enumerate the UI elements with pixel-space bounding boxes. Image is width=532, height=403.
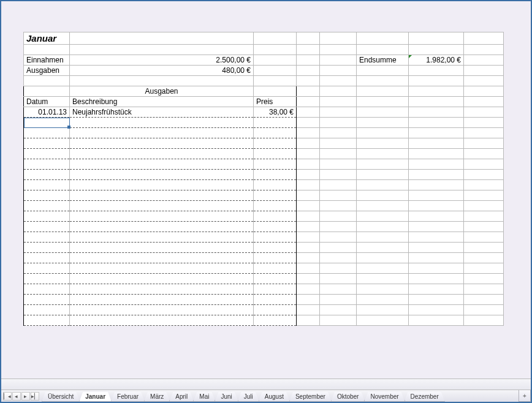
cell[interactable] xyxy=(70,76,254,86)
cell[interactable] xyxy=(464,170,504,180)
cell[interactable] xyxy=(357,149,409,159)
cell[interactable] xyxy=(297,232,320,243)
ausgaben-value[interactable]: 480,00 € xyxy=(70,66,254,76)
cell[interactable] xyxy=(297,315,320,326)
cell[interactable] xyxy=(254,305,297,315)
cell[interactable] xyxy=(297,295,320,305)
cell[interactable] xyxy=(320,190,357,201)
cell[interactable] xyxy=(24,305,70,315)
cell[interactable] xyxy=(320,274,357,284)
cell[interactable] xyxy=(409,315,464,326)
cell[interactable] xyxy=(254,253,297,263)
cell[interactable] xyxy=(409,76,464,86)
tab-juni[interactable]: Juni xyxy=(215,392,238,402)
cell[interactable] xyxy=(297,201,320,211)
cell[interactable] xyxy=(320,295,357,305)
cell[interactable] xyxy=(409,170,464,180)
cell[interactable] xyxy=(24,76,70,86)
cell[interactable] xyxy=(357,284,409,295)
cell[interactable] xyxy=(24,138,70,149)
detail-section-header[interactable]: Ausgaben xyxy=(70,86,254,97)
ausgaben-label[interactable]: Ausgaben xyxy=(24,66,70,76)
cell[interactable] xyxy=(320,45,357,55)
cell[interactable] xyxy=(357,138,409,149)
entry-date[interactable]: 01.01.13 xyxy=(24,107,70,118)
tab-oktober[interactable]: Oktober xyxy=(331,392,365,402)
cell[interactable] xyxy=(254,211,297,222)
cell[interactable] xyxy=(464,97,504,107)
cell[interactable] xyxy=(320,159,357,170)
cell[interactable] xyxy=(254,149,297,159)
cell[interactable] xyxy=(254,274,297,284)
tab-dezember[interactable]: Dezember xyxy=(405,392,445,402)
cell[interactable] xyxy=(70,190,254,201)
cell[interactable] xyxy=(320,201,357,211)
cell[interactable] xyxy=(254,76,297,86)
cell[interactable] xyxy=(297,274,320,284)
cell[interactable] xyxy=(357,97,409,107)
cell[interactable] xyxy=(357,118,409,128)
cell[interactable] xyxy=(357,243,409,253)
col-header-beschreibung[interactable]: Beschreibung xyxy=(70,97,254,107)
tab-nav-last-icon[interactable]: ▸▏ xyxy=(31,392,39,401)
cell[interactable] xyxy=(24,253,70,263)
cell[interactable] xyxy=(24,232,70,243)
cell[interactable] xyxy=(24,211,70,222)
cell[interactable] xyxy=(357,305,409,315)
cell[interactable] xyxy=(70,138,254,149)
cell[interactable] xyxy=(320,284,357,295)
cell[interactable] xyxy=(464,107,504,118)
cell[interactable] xyxy=(464,32,504,45)
cell[interactable] xyxy=(464,222,504,232)
cell[interactable] xyxy=(254,263,297,274)
cell[interactable] xyxy=(409,232,464,243)
cell[interactable] xyxy=(409,86,464,97)
cell[interactable] xyxy=(320,315,357,326)
cell[interactable] xyxy=(24,201,70,211)
cell[interactable] xyxy=(464,190,504,201)
cell[interactable] xyxy=(70,32,254,45)
cell[interactable] xyxy=(409,118,464,128)
cell[interactable] xyxy=(409,149,464,159)
cell[interactable] xyxy=(254,190,297,201)
cell[interactable] xyxy=(24,170,70,180)
cell[interactable] xyxy=(409,201,464,211)
cell[interactable] xyxy=(24,315,70,326)
cell[interactable] xyxy=(409,159,464,170)
cell[interactable] xyxy=(297,170,320,180)
cell[interactable] xyxy=(464,211,504,222)
cell[interactable] xyxy=(297,263,320,274)
cell[interactable] xyxy=(297,149,320,159)
tab-november[interactable]: November xyxy=(364,392,405,402)
cell[interactable] xyxy=(320,149,357,159)
cell[interactable] xyxy=(297,107,320,118)
cell[interactable] xyxy=(254,315,297,326)
cell[interactable] xyxy=(464,305,504,315)
cell[interactable] xyxy=(24,243,70,253)
cell[interactable] xyxy=(357,232,409,243)
cell[interactable] xyxy=(357,86,409,97)
cell[interactable] xyxy=(464,118,504,128)
cell[interactable] xyxy=(357,170,409,180)
cell[interactable] xyxy=(254,128,297,138)
tab-september[interactable]: September xyxy=(289,392,332,402)
cell[interactable] xyxy=(320,180,357,190)
cell[interactable] xyxy=(357,107,409,118)
cell[interactable] xyxy=(464,295,504,305)
cell[interactable] xyxy=(357,295,409,305)
cell[interactable] xyxy=(70,128,254,138)
cell[interactable] xyxy=(357,190,409,201)
cell[interactable] xyxy=(297,253,320,263)
einnahmen-value[interactable]: 2.500,00 € xyxy=(70,55,254,66)
cell[interactable] xyxy=(297,66,320,76)
cell[interactable] xyxy=(254,170,297,180)
entry-price[interactable]: 38,00 € xyxy=(254,107,297,118)
cell[interactable] xyxy=(70,284,254,295)
cell[interactable] xyxy=(297,86,320,97)
cell[interactable] xyxy=(409,274,464,284)
cell[interactable] xyxy=(24,159,70,170)
cell[interactable] xyxy=(464,253,504,263)
cell[interactable] xyxy=(297,55,320,66)
tab-mai[interactable]: Mai xyxy=(193,392,215,402)
spreadsheet-grid[interactable]: Januar Einnahmen 2.500,00 € Endsumme 1.9… xyxy=(23,32,504,326)
